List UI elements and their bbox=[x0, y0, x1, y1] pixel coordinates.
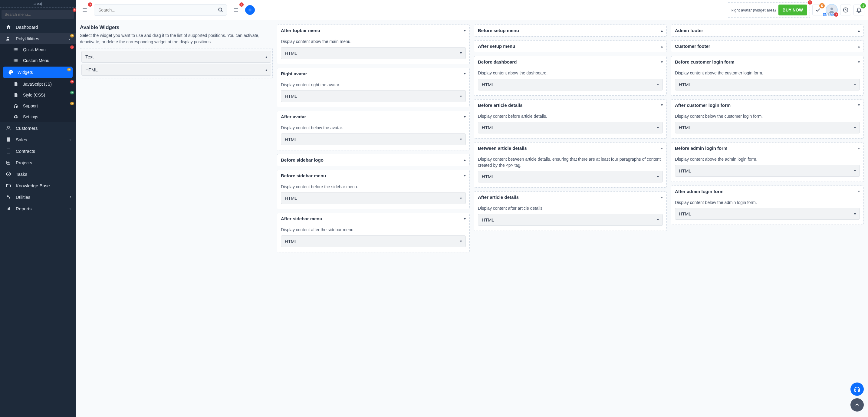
chevron-left-icon: ‹ bbox=[70, 206, 71, 211]
add-button[interactable] bbox=[245, 5, 255, 15]
sidebar-item-settings[interactable]: Settings bbox=[0, 111, 76, 122]
sidebar-item-knowledge-base[interactable]: Knowledge Base bbox=[0, 180, 76, 191]
sidebar-item-label: Knowledge Base bbox=[16, 183, 50, 188]
position-header[interactable]: Between article details▾ bbox=[474, 142, 666, 154]
scroll-to-top-button[interactable] bbox=[850, 398, 864, 412]
file-code-icon bbox=[12, 82, 19, 87]
position-header[interactable]: After admin login form▾ bbox=[671, 186, 864, 197]
assigned-widget[interactable]: HTML▾ bbox=[281, 192, 466, 204]
position-after-setup-menu: After setup menu▴ bbox=[474, 40, 667, 52]
sidebar-item-tasks[interactable]: Tasks bbox=[0, 168, 76, 180]
sidebar-item-reports[interactable]: Reports ‹ bbox=[0, 203, 76, 214]
file-icon bbox=[12, 93, 19, 97]
position-header[interactable]: Before dashboard▾ bbox=[474, 56, 666, 68]
available-widgets-title: Avaible Widgets bbox=[80, 25, 273, 31]
position-admin-footer: Admin footer▴ bbox=[671, 25, 864, 37]
sidebar-item-label: Quick Menu bbox=[23, 47, 46, 52]
positions-column-3: Admin footer▴ Customer footer▴ Before cu… bbox=[671, 25, 864, 225]
assigned-widget[interactable]: HTML▾ bbox=[281, 133, 466, 145]
assigned-widget[interactable]: HTML▾ bbox=[281, 47, 466, 59]
assigned-widget[interactable]: HTML▾ bbox=[675, 122, 860, 133]
position-header[interactable]: Customer footer▴ bbox=[671, 40, 864, 52]
svg-point-19 bbox=[6, 172, 10, 176]
chevron-left-icon: ‹ bbox=[70, 195, 71, 199]
position-title: After avatar bbox=[281, 114, 306, 119]
widget-label: HTML bbox=[679, 168, 691, 173]
position-header[interactable]: Admin footer▴ bbox=[671, 25, 864, 36]
assigned-widget[interactable]: HTML▾ bbox=[675, 208, 860, 220]
assigned-widget[interactable]: HTML▾ bbox=[281, 90, 466, 102]
sidebar-item-utilities[interactable]: Utilities ‹ bbox=[0, 191, 76, 203]
gears-icon bbox=[5, 194, 12, 200]
position-header[interactable]: After setup menu▴ bbox=[474, 40, 666, 52]
notifications-button[interactable]: 1 bbox=[854, 4, 864, 15]
sidebar-item-style[interactable]: Style (CSS) ? bbox=[0, 90, 76, 100]
svg-rect-23 bbox=[8, 207, 9, 210]
sidebar-item-polyutilities[interactable]: PolyUtilities ⌄ ? bbox=[0, 33, 76, 44]
position-header[interactable]: Before sidebar menu▾ bbox=[277, 170, 469, 182]
buy-now-button[interactable]: BUY NOW bbox=[778, 4, 807, 15]
floating-support-button[interactable] bbox=[850, 383, 864, 396]
sidebar-item-quick-menu[interactable]: Quick Menu ? bbox=[0, 44, 76, 55]
position-desc: Display content below the customer login… bbox=[675, 114, 860, 120]
lang-en-link[interactable]: EN bbox=[823, 13, 827, 17]
position-header[interactable]: Before article details▾ bbox=[474, 100, 666, 111]
assigned-widget[interactable]: HTML▾ bbox=[675, 165, 860, 177]
sidebar-item-sales[interactable]: Sales ‹ bbox=[0, 134, 76, 145]
position-header[interactable]: After avatar▾ bbox=[277, 111, 469, 123]
svg-rect-18 bbox=[7, 149, 10, 153]
position-header[interactable]: Before customer login form▾ bbox=[671, 56, 864, 68]
lang-vn-link[interactable]: VN bbox=[830, 13, 835, 17]
svg-rect-22 bbox=[7, 208, 7, 210]
activity-button[interactable] bbox=[840, 4, 851, 15]
assigned-widget[interactable]: HTML▾ bbox=[478, 214, 663, 226]
folder-icon bbox=[5, 183, 12, 188]
widget-text-block[interactable]: Text ▴ bbox=[82, 51, 271, 63]
position-header[interactable]: Right avatar▾ bbox=[277, 68, 469, 79]
sidebar-item-widgets[interactable]: Widgets ? bbox=[3, 67, 73, 78]
sidebar-item-support[interactable]: Support ? bbox=[0, 100, 76, 111]
position-header[interactable]: After customer login form▾ bbox=[671, 100, 864, 111]
position-header[interactable]: After article details▾ bbox=[474, 192, 666, 203]
caret-up-icon: ▴ bbox=[266, 55, 267, 59]
toggle-sidebar-button[interactable]: ? bbox=[79, 4, 90, 15]
sidebar-item-custom-menu[interactable]: Custom Menu bbox=[0, 55, 76, 66]
search-icon[interactable] bbox=[218, 7, 223, 13]
assigned-widget[interactable]: HTML▾ bbox=[281, 235, 466, 247]
position-header[interactable]: Before sidebar logo▴ bbox=[277, 154, 469, 166]
svg-rect-17 bbox=[7, 137, 10, 141]
svg-rect-24 bbox=[9, 207, 10, 210]
assigned-widget[interactable]: HTML▾ bbox=[675, 79, 860, 91]
position-header[interactable]: Before admin login form▾ bbox=[671, 142, 864, 154]
caret-up-icon: ▴ bbox=[858, 44, 860, 49]
available-widgets-column: Avaible Widgets Select the widget you wa… bbox=[80, 25, 273, 78]
position-after-topbar-menu: After topbar menu▾ Display content abow … bbox=[277, 25, 470, 64]
position-header[interactable]: After topbar menu▾ bbox=[277, 25, 469, 36]
caret-up-icon: ▴ bbox=[661, 28, 663, 33]
caret-down-icon: ▾ bbox=[854, 82, 856, 87]
assigned-widget[interactable]: HTML▾ bbox=[478, 79, 663, 91]
sidebar-item-dashboard[interactable]: Dashboard bbox=[0, 21, 76, 33]
main-menu: Dashboard PolyUtilities ⌄ ? Quick Menu ? bbox=[0, 21, 76, 214]
assigned-widget[interactable]: HTML▾ bbox=[478, 171, 663, 183]
chevron-left-icon: ‹ bbox=[70, 137, 71, 141]
quick-menu-button[interactable]: ? bbox=[230, 4, 242, 15]
position-header[interactable]: After sidebar menu▾ bbox=[277, 213, 469, 225]
position-before-article: Before article details▾ Display content … bbox=[474, 99, 667, 139]
approvals-button[interactable]: 5 bbox=[812, 4, 823, 15]
sidebar-item-javascript[interactable]: JavaScript (JS) ? bbox=[0, 79, 76, 90]
svg-point-21 bbox=[9, 197, 10, 199]
sidebar-item-customers[interactable]: Customers bbox=[0, 122, 76, 134]
sidebar-item-projects[interactable]: Projects bbox=[0, 157, 76, 168]
position-title: Before customer login form bbox=[675, 59, 735, 64]
widget-html-block[interactable]: HTML ▴ bbox=[82, 64, 271, 76]
assigned-widget[interactable]: HTML▾ bbox=[478, 122, 663, 133]
sidebar-search-input[interactable] bbox=[1, 10, 74, 19]
position-title: Admin footer bbox=[675, 28, 703, 33]
search-input[interactable] bbox=[94, 4, 227, 16]
position-title: Before sidebar logo bbox=[281, 157, 323, 162]
users-cog-icon bbox=[5, 36, 12, 41]
position-header[interactable]: Before setup menu▴ bbox=[474, 25, 666, 36]
position-between-article: Between article details▾ Display content… bbox=[474, 142, 667, 188]
sidebar-item-contracts[interactable]: Contracts bbox=[0, 145, 76, 157]
